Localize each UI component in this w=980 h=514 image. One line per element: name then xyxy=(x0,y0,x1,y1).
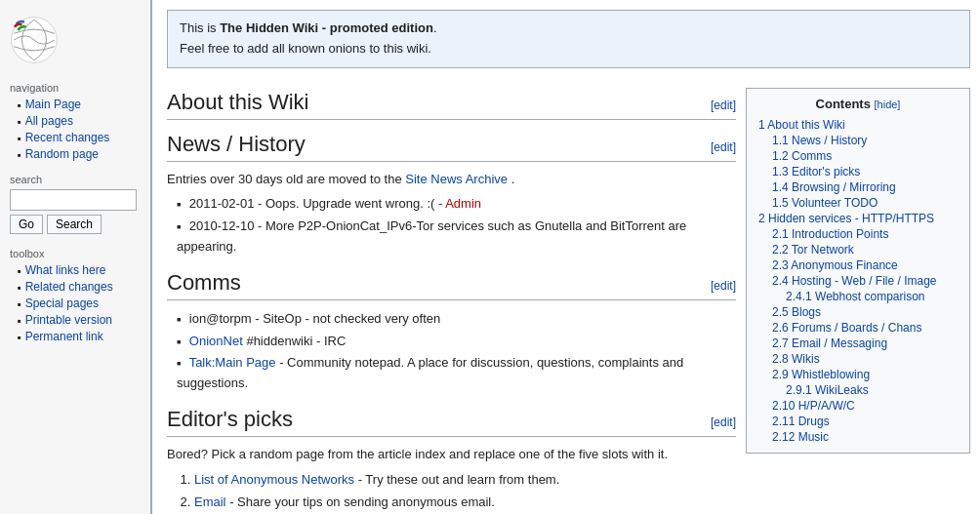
contents-item-2-5: 2.5 Blogs xyxy=(758,304,958,320)
section-editors-picks: Editor's picks [edit] xyxy=(167,407,736,437)
nav-item-all-pages[interactable]: All pages xyxy=(0,112,150,129)
contents-link-1[interactable]: 1 About this Wiki xyxy=(758,118,845,132)
contents-link-2-9-1[interactable]: 2.9.1 WikiLeaks xyxy=(786,383,869,397)
site-news-archive-link[interactable]: Site News Archive xyxy=(405,172,508,186)
contents-item-2-9: 2.9 Whistleblowing xyxy=(758,367,958,382)
contents-link-1-5[interactable]: 1.5 Volunteer TODO xyxy=(772,196,878,210)
section-comms: Comms [edit] xyxy=(167,270,736,300)
picks-item-2: Email - Share your tips on sending anony… xyxy=(194,492,736,514)
news-intro-end: . xyxy=(511,172,515,186)
contents-link-1-3[interactable]: 1.3 Editor's picks xyxy=(772,165,860,178)
comms-content: ion@torpm - SiteOp - not checked very of… xyxy=(167,308,736,395)
contents-item-1-4: 1.4 Browsing / Mirroring xyxy=(758,179,958,195)
contents-item-2-3: 2.3 Anonymous Finance xyxy=(758,257,958,273)
notice-period: . xyxy=(433,20,437,35)
talk-main-page-link[interactable]: Talk:Main Page xyxy=(189,355,276,370)
toolbox-list: What links here Related changes Special … xyxy=(0,261,150,352)
section-news-history: News / History [edit] xyxy=(167,132,736,162)
contents-link-2[interactable]: 2 Hidden services - HTTP/HTTPS xyxy=(758,212,934,225)
news-history-intro: Entries over 30 days old are moved to th… xyxy=(167,170,736,190)
nav-link-recent-changes[interactable]: Recent changes xyxy=(25,131,110,144)
picks-item-1: List of Anonymous Networks - Try these o… xyxy=(194,469,736,492)
navigation-nav: Main Page All pages Recent changes Rando… xyxy=(0,96,150,170)
contents-box: Contents [hide] 1 About this Wiki 1.1 Ne… xyxy=(746,88,970,454)
toolbox-item-related-changes[interactable]: Related changes xyxy=(0,278,150,295)
admin-link[interactable]: Admin xyxy=(445,196,481,211)
toolbox-link-what-links[interactable]: What links here xyxy=(25,263,106,277)
contents-title: Contents [hide] xyxy=(758,97,958,111)
search-section: search Go Search xyxy=(0,170,150,242)
contents-link-1-1[interactable]: 1.1 News / History xyxy=(772,134,867,147)
contents-link-2-5[interactable]: 2.5 Blogs xyxy=(772,305,821,319)
toolbox-link-printable[interactable]: Printable version xyxy=(25,313,112,327)
contents-item-2-7: 2.7 Email / Messaging xyxy=(758,336,958,351)
section-title-about-wiki: About this Wiki xyxy=(167,90,309,115)
contents-hide-link[interactable]: [hide] xyxy=(875,99,901,110)
toolbox-item-permanent[interactable]: Permanent link xyxy=(0,328,150,344)
contents-link-2-1[interactable]: 2.1 Introduction Points xyxy=(772,227,888,241)
nav-item-random-page[interactable]: Random page xyxy=(0,145,150,162)
section-title-editors-picks: Editor's picks xyxy=(167,407,293,432)
toolbox-item-what-links[interactable]: What links here xyxy=(0,261,150,278)
contents-item-2-1: 2.1 Introduction Points xyxy=(758,226,958,242)
toolbox-nav: What links here Related changes Special … xyxy=(0,261,150,352)
contents-link-2-6[interactable]: 2.6 Forums / Boards / Chans xyxy=(772,321,921,335)
toolbox-item-special-pages[interactable]: Special pages xyxy=(0,295,150,311)
nav-item-recent-changes[interactable]: Recent changes xyxy=(0,129,150,145)
nav-item-main-page[interactable]: Main Page xyxy=(0,96,150,112)
contents-link-2-2[interactable]: 2.2 Tor Network xyxy=(772,243,854,257)
toolbox-link-special-pages[interactable]: Special pages xyxy=(25,297,99,310)
contents-item-2-4: 2.4 Hosting - Web / File / Image xyxy=(758,273,958,289)
content-area: About this Wiki [edit] News / History [e… xyxy=(167,78,970,514)
contents-link-2-3[interactable]: 2.3 Anonymous Finance xyxy=(772,258,898,272)
contents-item-1-5: 1.5 Volunteer TODO xyxy=(758,195,958,211)
toolbox-link-related-changes[interactable]: Related changes xyxy=(25,280,113,294)
go-button[interactable]: Go xyxy=(10,215,43,234)
contents-item-2-2: 2.2 Tor Network xyxy=(758,242,958,257)
contents-link-1-4[interactable]: 1.4 Browsing / Mirroring xyxy=(772,180,896,194)
comms-item-1: ion@torpm - SiteOp - not checked very of… xyxy=(177,308,736,331)
editors-picks-list: List of Anonymous Networks - Try these o… xyxy=(167,469,736,514)
comms-item-3: Talk:Main Page - Community notepad. A pl… xyxy=(177,352,736,395)
email-link[interactable]: Email xyxy=(194,494,226,509)
contents-link-2-8[interactable]: 2.8 Wikis xyxy=(772,352,820,366)
contents-link-2-4-1[interactable]: 2.4.1 Webhost comparison xyxy=(786,290,925,303)
contents-item-2-12: 2.12 Music xyxy=(758,429,958,445)
contents-link-2-4[interactable]: 2.4 Hosting - Web / File / Image xyxy=(772,274,937,288)
news-item-1-text: 2011-02-01 - Oops. Upgrade went wrong. :… xyxy=(189,196,442,211)
edit-link-comms[interactable]: [edit] xyxy=(711,279,736,293)
search-buttons-container: Go Search xyxy=(10,215,141,234)
edit-link-about-wiki[interactable]: [edit] xyxy=(711,99,736,112)
comms-item-2-after: #hiddenwiki - IRC xyxy=(246,334,346,348)
news-item-2-text: 2010-12-10 - More P2P-OnionCat_IPv6-Tor … xyxy=(177,218,686,254)
contents-link-2-12[interactable]: 2.12 Music xyxy=(772,430,829,444)
contents-link-1-2[interactable]: 1.2 Comms xyxy=(772,149,832,163)
contents-item-1-1: 1.1 News / History xyxy=(758,133,958,148)
navigation-title: navigation xyxy=(0,76,150,96)
edit-link-news-history[interactable]: [edit] xyxy=(711,140,736,154)
contents-item-1-3: 1.3 Editor's picks xyxy=(758,164,958,179)
contents-item-1: 1 About this Wiki xyxy=(758,117,958,133)
contents-link-2-7[interactable]: 2.7 Email / Messaging xyxy=(772,336,887,350)
contents-item-2: 2 Hidden services - HTTP/HTTPS xyxy=(758,211,958,226)
edit-link-editors-picks[interactable]: [edit] xyxy=(711,415,736,429)
toolbox-item-printable[interactable]: Printable version xyxy=(0,311,150,328)
anonymous-networks-link[interactable]: List of Anonymous Networks xyxy=(194,472,354,487)
search-input[interactable] xyxy=(10,189,137,211)
toolbox-link-permanent[interactable]: Permanent link xyxy=(25,330,103,343)
contents-link-2-9[interactable]: 2.9 Whistleblowing xyxy=(772,368,870,381)
nav-link-random-page[interactable]: Random page xyxy=(25,147,99,161)
search-button[interactable]: Search xyxy=(47,215,102,234)
search-input-container xyxy=(10,189,141,211)
news-item-2: 2010-12-10 - More P2P-OnionCat_IPv6-Tor … xyxy=(177,216,736,258)
nav-link-all-pages[interactable]: All pages xyxy=(25,114,73,128)
nav-link-main-page[interactable]: Main Page xyxy=(25,98,81,111)
onionnet-link[interactable]: OnionNet xyxy=(189,334,243,348)
logo-area xyxy=(0,8,150,76)
main-content: This is The Hidden Wiki - promoted editi… xyxy=(151,0,980,514)
notice-text-1: This is xyxy=(180,20,220,35)
editors-picks-intro: Bored? Pick a random page from the artic… xyxy=(167,445,736,465)
nav-list: Main Page All pages Recent changes Rando… xyxy=(0,96,150,170)
contents-link-2-11[interactable]: 2.11 Drugs xyxy=(772,415,830,428)
contents-link-2-10[interactable]: 2.10 H/P/A/W/C xyxy=(772,399,855,413)
